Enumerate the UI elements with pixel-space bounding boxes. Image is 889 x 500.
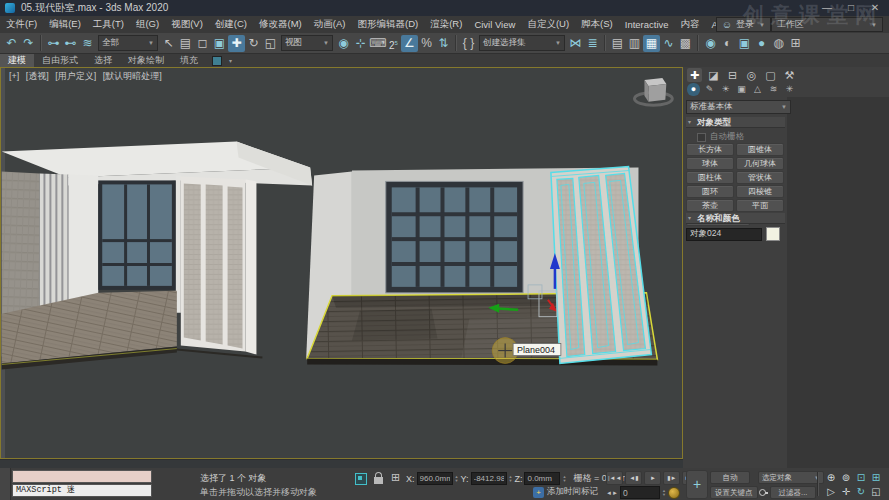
viewport-menu-user[interactable]: [用户定义] — [55, 71, 96, 81]
display-tab-icon[interactable]: ▢ — [763, 68, 778, 82]
selection-lock-icon[interactable] — [374, 477, 383, 484]
pan-view-icon[interactable]: ✛ — [839, 485, 853, 498]
snaps-toggle-icon[interactable]: 25 — [386, 35, 401, 52]
select-and-scale-icon[interactable]: ◱ — [262, 35, 279, 52]
menu-rendering[interactable]: 渲染(R) — [424, 18, 468, 31]
reference-coordinate-dropdown[interactable]: 视图 ▼ — [281, 35, 333, 51]
time-configuration-icon[interactable] — [668, 487, 680, 499]
ribbon-options-dropdown[interactable]: ▾ — [212, 56, 232, 66]
menu-civil-view[interactable]: Civil View — [468, 19, 521, 30]
tube-button[interactable]: 管状体 — [736, 171, 784, 184]
quad-menu-sets-icon[interactable]: ⊞ — [787, 35, 804, 52]
next-frame-button[interactable]: ▮► — [663, 471, 680, 485]
utilities-tab-icon[interactable]: ⚒ — [782, 68, 797, 82]
lights-category-icon[interactable]: ☀ — [719, 83, 732, 96]
select-and-move-icon[interactable]: ✚ — [228, 35, 245, 52]
auto-key-button[interactable]: 自动 — [710, 471, 750, 484]
login-dropdown[interactable]: ☺ 登录 ▼ — [716, 17, 771, 32]
add-time-tag[interactable]: + 添加时间标记 — [533, 486, 598, 498]
close-button[interactable]: ✕ — [863, 0, 887, 15]
scene-explorer-toggle-icon[interactable]: ▤ — [609, 35, 626, 52]
select-by-name-icon[interactable]: ▤ — [177, 35, 194, 52]
ribbon-tab-object-paint[interactable]: 对象绘制 — [120, 54, 172, 67]
viewport-menu-shading[interactable]: [默认明暗处理] — [103, 71, 162, 81]
maxscript-macro-recorder[interactable] — [12, 470, 152, 483]
render-production-icon[interactable]: ● — [753, 35, 770, 52]
object-type-rollout-header[interactable]: ▾ 对象类型 — [686, 117, 785, 128]
rendered-frame-window-icon[interactable]: ▣ — [736, 35, 753, 52]
maximize-button[interactable]: □ — [839, 0, 863, 15]
select-and-link-icon[interactable]: ⊶ — [45, 35, 62, 52]
menu-tools[interactable]: 工具(T) — [87, 18, 130, 31]
create-tab-icon[interactable]: ✚ — [687, 68, 702, 82]
menu-file[interactable]: 文件(F) — [0, 18, 43, 31]
z-spinner[interactable]: ▲▼ — [562, 475, 566, 483]
key-filters-icon[interactable] — [758, 487, 768, 498]
viewport-menu-plus[interactable]: [+] — [9, 71, 19, 81]
helpers-category-icon[interactable]: △ — [751, 83, 764, 96]
scene-canvas[interactable]: Plane004 — [1, 68, 682, 458]
left-window[interactable] — [98, 180, 176, 289]
field-of-view-icon[interactable]: ▷ — [824, 485, 838, 498]
align-icon[interactable]: ≣ — [584, 35, 601, 52]
menu-create[interactable]: 创建(C) — [209, 18, 253, 31]
curve-editor-icon[interactable]: ∿ — [660, 35, 677, 52]
bind-to-space-warp-icon[interactable]: ≋ — [79, 35, 96, 52]
angle-snap-toggle-icon[interactable]: ∠ — [401, 35, 418, 52]
view-cube[interactable] — [634, 78, 672, 105]
z-coordinate-input[interactable] — [524, 472, 560, 485]
geosphere-button[interactable]: 几何球体 — [736, 157, 784, 170]
shapes-category-icon[interactable]: ✎ — [703, 83, 716, 96]
sphere-button[interactable]: 球体 — [686, 157, 734, 170]
mirror-icon[interactable]: ⋈ — [567, 35, 584, 52]
right-window[interactable] — [386, 181, 523, 292]
modify-tab-icon[interactable]: ◪ — [706, 68, 721, 82]
maxscript-mini-listener[interactable]: MAXScript 迷 — [12, 484, 152, 497]
use-pivot-point-icon[interactable]: ◉ — [335, 35, 352, 52]
go-to-start-button[interactable]: |◄◄ — [606, 471, 623, 485]
left-white-pillar[interactable] — [245, 179, 256, 354]
object-name-input[interactable] — [686, 228, 762, 241]
menu-edit[interactable]: 编辑(E) — [43, 18, 87, 31]
render-setup-icon[interactable]: ◐ — [719, 35, 736, 52]
autogrid-checkbox[interactable] — [697, 133, 706, 142]
menu-content[interactable]: 内容 — [675, 18, 706, 31]
plane-button[interactable]: 平面 — [736, 199, 784, 212]
ribbon-toggle-icon[interactable]: ▦ — [643, 35, 660, 52]
orbit-icon[interactable]: ↻ — [854, 485, 868, 498]
left-exterior-panel-1[interactable] — [184, 183, 201, 340]
zoom-extents-all-icon[interactable]: ⊞ — [869, 471, 883, 484]
redo-icon[interactable]: ↷ — [20, 35, 37, 52]
motion-tab-icon[interactable]: ◎ — [744, 68, 759, 82]
keyboard-shortcut-override-icon[interactable]: ⌨ — [369, 35, 386, 52]
spinner-snap-toggle-icon[interactable]: ⇅ — [435, 35, 452, 52]
set-keys-big-button[interactable]: + — [686, 470, 708, 499]
render-iterative-icon[interactable]: ◍ — [770, 35, 787, 52]
menu-modifiers[interactable]: 修改器(M) — [253, 18, 308, 31]
play-button[interactable]: ► — [644, 471, 661, 485]
dope-sheet-icon[interactable]: ▩ — [677, 35, 694, 52]
zoom-all-icon[interactable]: ⊚ — [839, 471, 853, 484]
x-coordinate-input[interactable] — [417, 472, 453, 485]
gizmo-y-axis[interactable] — [497, 309, 518, 310]
cylinder-button[interactable]: 圆柱体 — [686, 171, 734, 184]
material-editor-icon[interactable]: ◉ — [702, 35, 719, 52]
left-exterior-panel-3[interactable] — [228, 186, 243, 348]
pyramid-button[interactable]: 四棱锥 — [736, 185, 784, 198]
minimize-button[interactable]: — — [815, 0, 839, 15]
menu-views[interactable]: 视图(V) — [165, 18, 209, 31]
menu-scripting[interactable]: 脚本(S) — [575, 18, 619, 31]
zoom-icon[interactable]: ⊕ — [824, 471, 838, 484]
object-color-swatch[interactable] — [766, 227, 780, 241]
space-warps-category-icon[interactable]: ≋ — [767, 83, 780, 96]
zoom-extents-icon[interactable]: ⊡ — [854, 471, 868, 484]
ribbon-tab-populate[interactable]: 填充 — [172, 54, 206, 67]
y-coordinate-input[interactable] — [471, 472, 507, 485]
workspace-dropdown[interactable]: 工作区 ▼ — [771, 17, 883, 32]
previous-frame-button[interactable]: ◄▮ — [625, 471, 642, 485]
viewport-menu-pov[interactable]: [透视] — [26, 71, 49, 81]
name-color-rollout-header[interactable]: ▾ 名称和颜色 — [686, 213, 785, 224]
geometry-category-icon[interactable]: ● — [687, 83, 700, 96]
hierarchy-tab-icon[interactable]: ⊟ — [725, 68, 740, 82]
menu-interactive[interactable]: Interactive — [619, 19, 675, 30]
